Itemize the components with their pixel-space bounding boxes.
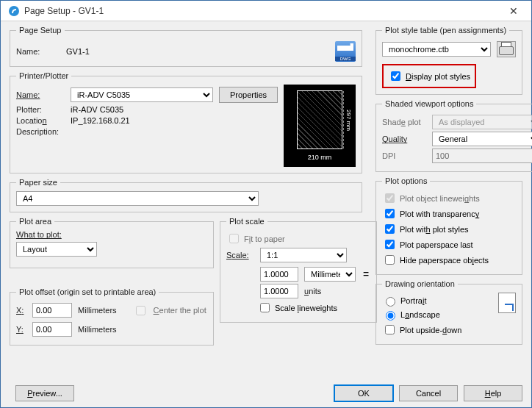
opt-transparency-label: Plot with transparency bbox=[400, 210, 479, 218]
display-plot-styles-highlight: Display plot styles bbox=[382, 64, 476, 88]
opt-transparency-checkbox[interactable] bbox=[385, 209, 395, 218]
window-title: Page Setup - GV1-1 bbox=[24, 6, 499, 16]
help-button[interactable]: Help bbox=[464, 385, 522, 401]
opt-lineweights-label: Plot object lineweights bbox=[400, 194, 480, 203]
opt-paperspace-last-label: Plot paperspace last bbox=[400, 240, 473, 249]
style-table-group: Plot style table (pen assignments) monoc… bbox=[375, 26, 522, 95]
center-plot-label: Center the plot bbox=[154, 306, 206, 315]
preview-button[interactable]: Preview... bbox=[15, 385, 74, 401]
printer-name-select[interactable]: iR-ADV C5035 bbox=[71, 87, 213, 102]
dpi-input bbox=[432, 148, 532, 163]
location-label: Location bbox=[16, 116, 65, 125]
printer-properties-button[interactable]: Properties bbox=[219, 87, 278, 103]
offset-y-label: Y: bbox=[16, 325, 26, 334]
scale-label: Scale: bbox=[226, 251, 254, 260]
portrait-radio[interactable] bbox=[386, 297, 395, 307]
scale-num-input[interactable] bbox=[260, 267, 298, 282]
center-plot-checkbox bbox=[136, 306, 145, 315]
shade-plot-label: Shade plot bbox=[382, 118, 426, 126]
offset-x-unit: Millimeters bbox=[78, 306, 117, 315]
offset-y-unit: Millimeters bbox=[78, 325, 117, 334]
scale-den-unit-label: units bbox=[304, 287, 356, 296]
plot-scale-legend: Plot scale bbox=[226, 217, 267, 226]
page-setup-dialog: Page Setup - GV1-1 ✕ Page Setup Name: GV… bbox=[0, 0, 532, 408]
plotter-label: Plotter: bbox=[16, 105, 65, 114]
paper-width-dim: 210 mm bbox=[308, 154, 332, 161]
printer-legend: Printer/Plotter bbox=[16, 71, 71, 80]
opt-hide-paperspace-label: Hide paperspace objects bbox=[400, 256, 489, 265]
what-to-plot-select[interactable]: Layout bbox=[16, 242, 97, 257]
style-table-select[interactable]: monochrome.ctb bbox=[382, 42, 491, 57]
what-to-plot-label: What to plot: bbox=[16, 230, 207, 239]
plot-offset-group: Plot offset (origin set to printable are… bbox=[10, 287, 214, 346]
paper-size-select[interactable]: A4 bbox=[16, 191, 259, 206]
cancel-button[interactable]: Cancel bbox=[399, 385, 458, 401]
ok-button[interactable]: OK bbox=[334, 385, 393, 401]
scale-den-input[interactable] bbox=[260, 284, 298, 298]
plot-options-legend: Plot options bbox=[382, 176, 430, 185]
plot-scale-group: Plot scale Fit to paper Scale: 1:1 Milli… bbox=[220, 217, 377, 323]
equals-sign: = bbox=[362, 268, 370, 280]
dpi-label: DPI bbox=[382, 151, 426, 160]
shaded-viewport-group: Shaded viewport options Shade plot As di… bbox=[375, 99, 532, 172]
display-plot-styles-label: Display plot styles bbox=[406, 72, 470, 81]
offset-y-input[interactable] bbox=[32, 322, 72, 337]
plot-offset-legend: Plot offset (origin set to printable are… bbox=[16, 287, 159, 296]
close-button[interactable]: ✕ bbox=[499, 1, 528, 21]
location-value: IP_192.168.0.21 bbox=[71, 116, 130, 125]
plot-options-group: Plot options Plot object lineweights Plo… bbox=[375, 176, 522, 275]
style-table-edit-button[interactable] bbox=[497, 41, 516, 57]
page-setup-name-label: Name: bbox=[16, 47, 60, 56]
quality-select[interactable]: General bbox=[432, 132, 532, 146]
opt-plot-styles-checkbox[interactable] bbox=[385, 224, 395, 234]
plotter-value: iR-ADV C5035 bbox=[71, 105, 123, 114]
scale-num-unit-select[interactable]: Millimeters bbox=[304, 267, 356, 282]
portrait-label: Portrait bbox=[400, 296, 426, 305]
fit-to-paper-label: Fit to paper bbox=[244, 235, 285, 243]
plot-area-legend: Plot area bbox=[16, 217, 54, 226]
scale-select[interactable]: 1:1 bbox=[260, 248, 347, 262]
page-setup-name-value: GV1-1 bbox=[66, 47, 90, 56]
offset-x-input[interactable] bbox=[32, 303, 72, 318]
upside-down-checkbox[interactable] bbox=[385, 325, 395, 334]
orientation-icon bbox=[498, 293, 516, 313]
plot-area-group: Plot area What to plot: Layout bbox=[10, 217, 214, 268]
landscape-radio[interactable] bbox=[386, 311, 395, 321]
page-setup-group: Page Setup Name: GV1-1 bbox=[10, 26, 362, 67]
fit-to-paper-checkbox bbox=[229, 234, 239, 243]
dialog-footer: Preview... OK Cancel Help bbox=[10, 385, 522, 401]
orientation-legend: Drawing orientation bbox=[382, 279, 458, 288]
titlebar: Page Setup - GV1-1 ✕ bbox=[1, 1, 531, 21]
paper-size-group: Paper size A4 bbox=[10, 178, 362, 212]
paper-preview: 297 mm 210 mm bbox=[284, 85, 356, 167]
orientation-group: Drawing orientation Portrait Landscape P… bbox=[375, 279, 522, 345]
shade-plot-select: As displayed bbox=[432, 115, 532, 129]
description-label: Description: bbox=[16, 127, 65, 136]
shaded-viewport-legend: Shaded viewport options bbox=[382, 99, 476, 108]
scale-lineweights-label: Scale lineweights bbox=[275, 304, 337, 312]
opt-lineweights-checkbox bbox=[385, 193, 395, 203]
opt-plot-styles-label: Plot with plot styles bbox=[400, 225, 469, 234]
page-setup-legend: Page Setup bbox=[16, 26, 65, 35]
upside-down-label: Plot upside-down bbox=[400, 326, 461, 334]
style-table-legend: Plot style table (pen assignments) bbox=[382, 26, 509, 35]
printer-name-label: Name: bbox=[16, 90, 65, 99]
offset-x-label: X: bbox=[16, 306, 26, 315]
printer-icon bbox=[499, 42, 514, 55]
display-plot-styles-checkbox[interactable] bbox=[391, 71, 400, 81]
printer-group: Printer/Plotter Name: iR-ADV C5035 Prope… bbox=[10, 71, 362, 173]
paper-size-legend: Paper size bbox=[16, 178, 60, 187]
quality-label: Quality bbox=[382, 135, 426, 143]
opt-hide-paperspace-checkbox[interactable] bbox=[385, 255, 395, 265]
paper-height-dim: 297 mm bbox=[343, 91, 352, 148]
opt-paperspace-last-checkbox[interactable] bbox=[385, 240, 395, 249]
scale-lineweights-checkbox[interactable] bbox=[260, 303, 270, 312]
landscape-label: Landscape bbox=[400, 310, 440, 319]
app-icon bbox=[8, 5, 20, 17]
dwg-icon bbox=[335, 41, 356, 62]
